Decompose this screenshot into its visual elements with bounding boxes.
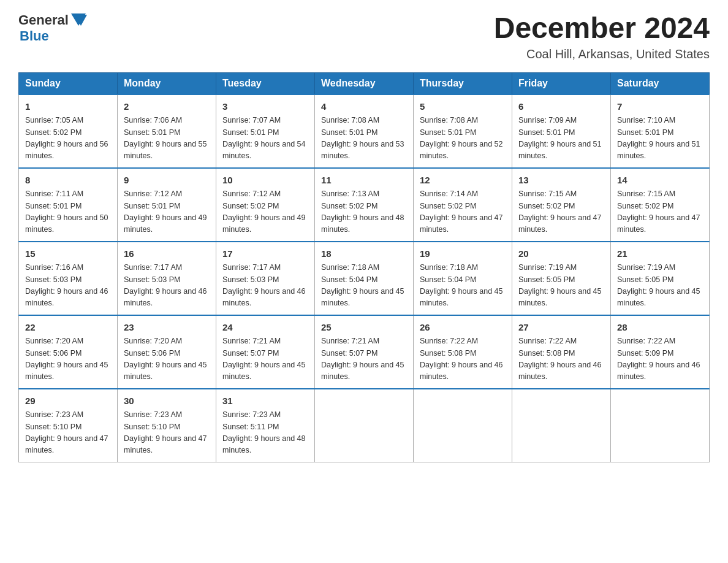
day-info: Sunrise: 7:23 AMSunset: 5:11 PMDaylight:… bbox=[222, 409, 308, 457]
day-number: 12 bbox=[420, 174, 506, 188]
day-number: 18 bbox=[321, 247, 407, 261]
month-title: December 2024 bbox=[494, 12, 710, 45]
day-number: 4 bbox=[321, 100, 407, 114]
day-info: Sunrise: 7:18 AMSunset: 5:04 PMDaylight:… bbox=[321, 262, 407, 310]
day-info: Sunrise: 7:07 AMSunset: 5:01 PMDaylight:… bbox=[222, 115, 308, 163]
calendar-cell: 26Sunrise: 7:22 AMSunset: 5:08 PMDayligh… bbox=[414, 315, 512, 389]
day-info: Sunrise: 7:06 AMSunset: 5:01 PMDaylight:… bbox=[124, 115, 210, 163]
header-saturday: Saturday bbox=[611, 72, 710, 94]
calendar-cell: 9Sunrise: 7:12 AMSunset: 5:01 PMDaylight… bbox=[118, 168, 216, 242]
day-number: 1 bbox=[25, 100, 111, 114]
calendar-cell: 16Sunrise: 7:17 AMSunset: 5:03 PMDayligh… bbox=[118, 242, 216, 315]
day-number: 28 bbox=[617, 321, 703, 335]
calendar-cell: 5Sunrise: 7:08 AMSunset: 5:01 PMDaylight… bbox=[414, 94, 512, 168]
day-info: Sunrise: 7:21 AMSunset: 5:07 PMDaylight:… bbox=[321, 335, 407, 383]
calendar-cell: 31Sunrise: 7:23 AMSunset: 5:11 PMDayligh… bbox=[216, 389, 315, 462]
calendar-header-row: SundayMondayTuesdayWednesdayThursdayFrid… bbox=[19, 72, 710, 94]
calendar-cell: 2Sunrise: 7:06 AMSunset: 5:01 PMDaylight… bbox=[118, 94, 216, 168]
day-number: 14 bbox=[617, 174, 703, 188]
day-number: 7 bbox=[617, 100, 703, 114]
day-number: 20 bbox=[518, 247, 604, 261]
calendar-cell: 11Sunrise: 7:13 AMSunset: 5:02 PMDayligh… bbox=[315, 168, 414, 242]
calendar-cell: 12Sunrise: 7:14 AMSunset: 5:02 PMDayligh… bbox=[414, 168, 512, 242]
week-row-3: 15Sunrise: 7:16 AMSunset: 5:03 PMDayligh… bbox=[19, 242, 710, 315]
day-number: 11 bbox=[321, 174, 407, 188]
day-info: Sunrise: 7:09 AMSunset: 5:01 PMDaylight:… bbox=[518, 115, 604, 163]
header-monday: Monday bbox=[118, 72, 216, 94]
calendar-cell: 13Sunrise: 7:15 AMSunset: 5:02 PMDayligh… bbox=[512, 168, 611, 242]
header-wednesday: Wednesday bbox=[315, 72, 414, 94]
header-tuesday: Tuesday bbox=[216, 72, 315, 94]
page-header: General Blue December 2024 Coal Hill, Ar… bbox=[18, 12, 710, 61]
day-info: Sunrise: 7:21 AMSunset: 5:07 PMDaylight:… bbox=[222, 335, 308, 383]
calendar-cell: 1Sunrise: 7:05 AMSunset: 5:02 PMDaylight… bbox=[19, 94, 118, 168]
calendar-cell: 3Sunrise: 7:07 AMSunset: 5:01 PMDaylight… bbox=[216, 94, 315, 168]
week-row-4: 22Sunrise: 7:20 AMSunset: 5:06 PMDayligh… bbox=[19, 315, 710, 389]
calendar-cell: 14Sunrise: 7:15 AMSunset: 5:02 PMDayligh… bbox=[611, 168, 710, 242]
calendar-cell: 10Sunrise: 7:12 AMSunset: 5:02 PMDayligh… bbox=[216, 168, 315, 242]
day-number: 10 bbox=[222, 174, 308, 188]
header-friday: Friday bbox=[512, 72, 611, 94]
calendar-cell: 23Sunrise: 7:20 AMSunset: 5:06 PMDayligh… bbox=[118, 315, 216, 389]
day-info: Sunrise: 7:14 AMSunset: 5:02 PMDaylight:… bbox=[420, 188, 506, 236]
day-info: Sunrise: 7:16 AMSunset: 5:03 PMDaylight:… bbox=[25, 262, 111, 310]
calendar-cell: 7Sunrise: 7:10 AMSunset: 5:01 PMDaylight… bbox=[611, 94, 710, 168]
day-info: Sunrise: 7:15 AMSunset: 5:02 PMDaylight:… bbox=[617, 188, 703, 236]
day-number: 24 bbox=[222, 321, 308, 335]
day-info: Sunrise: 7:22 AMSunset: 5:09 PMDaylight:… bbox=[617, 335, 703, 383]
day-info: Sunrise: 7:11 AMSunset: 5:01 PMDaylight:… bbox=[25, 188, 111, 236]
day-info: Sunrise: 7:10 AMSunset: 5:01 PMDaylight:… bbox=[617, 115, 703, 163]
logo: General Blue bbox=[18, 12, 87, 44]
day-info: Sunrise: 7:12 AMSunset: 5:01 PMDaylight:… bbox=[124, 188, 210, 236]
day-number: 5 bbox=[420, 100, 506, 114]
calendar-cell: 4Sunrise: 7:08 AMSunset: 5:01 PMDaylight… bbox=[315, 94, 414, 168]
day-number: 29 bbox=[25, 394, 111, 408]
logo-text-general: General bbox=[18, 12, 69, 28]
day-number: 9 bbox=[124, 174, 210, 188]
calendar-cell bbox=[414, 389, 512, 462]
location-title: Coal Hill, Arkansas, United States bbox=[494, 47, 710, 61]
day-info: Sunrise: 7:15 AMSunset: 5:02 PMDaylight:… bbox=[518, 188, 604, 236]
day-info: Sunrise: 7:17 AMSunset: 5:03 PMDaylight:… bbox=[124, 262, 210, 310]
calendar-cell: 19Sunrise: 7:18 AMSunset: 5:04 PMDayligh… bbox=[414, 242, 512, 315]
day-info: Sunrise: 7:22 AMSunset: 5:08 PMDaylight:… bbox=[518, 335, 604, 383]
calendar-cell: 30Sunrise: 7:23 AMSunset: 5:10 PMDayligh… bbox=[118, 389, 216, 462]
day-info: Sunrise: 7:19 AMSunset: 5:05 PMDaylight:… bbox=[617, 262, 703, 310]
day-info: Sunrise: 7:17 AMSunset: 5:03 PMDaylight:… bbox=[222, 262, 308, 310]
day-info: Sunrise: 7:13 AMSunset: 5:02 PMDaylight:… bbox=[321, 188, 407, 236]
day-number: 21 bbox=[617, 247, 703, 261]
day-number: 17 bbox=[222, 247, 308, 261]
day-info: Sunrise: 7:20 AMSunset: 5:06 PMDaylight:… bbox=[25, 335, 111, 383]
day-number: 13 bbox=[518, 174, 604, 188]
day-number: 3 bbox=[222, 100, 308, 114]
day-number: 6 bbox=[518, 100, 604, 114]
day-number: 2 bbox=[124, 100, 210, 114]
week-row-2: 8Sunrise: 7:11 AMSunset: 5:01 PMDaylight… bbox=[19, 168, 710, 242]
day-number: 19 bbox=[420, 247, 506, 261]
calendar-cell: 25Sunrise: 7:21 AMSunset: 5:07 PMDayligh… bbox=[315, 315, 414, 389]
day-info: Sunrise: 7:23 AMSunset: 5:10 PMDaylight:… bbox=[124, 409, 210, 457]
day-number: 16 bbox=[124, 247, 210, 261]
calendar-cell: 22Sunrise: 7:20 AMSunset: 5:06 PMDayligh… bbox=[19, 315, 118, 389]
day-number: 27 bbox=[518, 321, 604, 335]
day-number: 25 bbox=[321, 321, 407, 335]
calendar-cell: 29Sunrise: 7:23 AMSunset: 5:10 PMDayligh… bbox=[19, 389, 118, 462]
calendar-cell: 15Sunrise: 7:16 AMSunset: 5:03 PMDayligh… bbox=[19, 242, 118, 315]
calendar-table: SundayMondayTuesdayWednesdayThursdayFrid… bbox=[18, 72, 710, 462]
day-number: 22 bbox=[25, 321, 111, 335]
day-info: Sunrise: 7:22 AMSunset: 5:08 PMDaylight:… bbox=[420, 335, 506, 383]
logo-arrow-icon bbox=[70, 12, 87, 27]
header-thursday: Thursday bbox=[414, 72, 512, 94]
calendar-cell: 27Sunrise: 7:22 AMSunset: 5:08 PMDayligh… bbox=[512, 315, 611, 389]
calendar-cell: 18Sunrise: 7:18 AMSunset: 5:04 PMDayligh… bbox=[315, 242, 414, 315]
header-sunday: Sunday bbox=[19, 72, 118, 94]
day-number: 31 bbox=[222, 394, 308, 408]
day-number: 23 bbox=[124, 321, 210, 335]
day-info: Sunrise: 7:12 AMSunset: 5:02 PMDaylight:… bbox=[222, 188, 308, 236]
calendar-cell: 21Sunrise: 7:19 AMSunset: 5:05 PMDayligh… bbox=[611, 242, 710, 315]
calendar-cell bbox=[315, 389, 414, 462]
day-info: Sunrise: 7:23 AMSunset: 5:10 PMDaylight:… bbox=[25, 409, 111, 457]
day-number: 15 bbox=[25, 247, 111, 261]
week-row-5: 29Sunrise: 7:23 AMSunset: 5:10 PMDayligh… bbox=[19, 389, 710, 462]
calendar-cell: 28Sunrise: 7:22 AMSunset: 5:09 PMDayligh… bbox=[611, 315, 710, 389]
